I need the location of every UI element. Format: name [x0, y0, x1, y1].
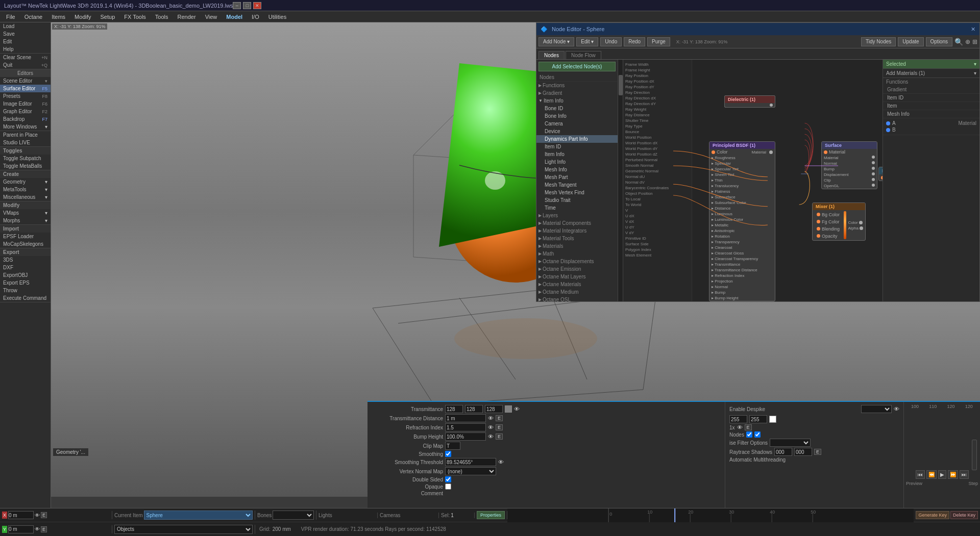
sidebar-toggle-subpatch[interactable]: Toggle Subpatch — [0, 155, 51, 162]
section-octane-displacements[interactable]: ▶ Octane Displacements — [536, 258, 618, 265]
pow-in-port[interactable]: InPow — [879, 174, 883, 181]
node-item-mesh-info[interactable]: Mesh Info — [536, 166, 618, 173]
prev-frame-button[interactable]: ⏪ — [926, 470, 937, 479]
maximize-button[interactable]: □ — [243, 2, 251, 9]
options-button[interactable]: Options — [926, 37, 952, 46]
timeline-ruler[interactable]: 0 10 20 30 40 50 — [507, 508, 914, 522]
transmittance-b-input[interactable] — [485, 405, 503, 413]
sidebar-save[interactable]: Save — [0, 30, 51, 38]
scrollbar-thumb[interactable] — [619, 75, 623, 95]
sidebar-toggle-metaballs[interactable]: Toggle MetaBalls — [0, 162, 51, 170]
section-octane-mat-layers[interactable]: ▶ Octane Mat Layers — [536, 273, 618, 280]
refraction-e[interactable]: E — [496, 424, 503, 430]
menu-io[interactable]: I/O — [248, 13, 263, 21]
bump-height-eye[interactable]: 👁 — [488, 433, 494, 440]
sidebar-graph-editor[interactable]: Graph Editor F2 — [0, 108, 51, 115]
sidebar-quit[interactable]: Quit +Q — [0, 61, 51, 69]
clip-map-input[interactable] — [445, 442, 460, 450]
sidebar-throw[interactable]: Throw — [0, 287, 51, 294]
transmittance-dist-e[interactable]: E — [496, 415, 503, 421]
menu-fxtools[interactable]: FX Tools — [120, 13, 150, 21]
sidebar-backdrop[interactable]: Backdrop F7 — [0, 115, 51, 123]
bones-select[interactable] — [273, 511, 314, 520]
val-255-2-input[interactable] — [749, 415, 767, 423]
1x-e[interactable]: E — [745, 424, 752, 430]
minimize-button[interactable]: – — [233, 2, 241, 9]
transmittance-color-swatch[interactable] — [505, 405, 512, 413]
x-e[interactable]: E — [41, 512, 47, 518]
next-frame-button[interactable]: ⏩ — [948, 470, 958, 479]
transmittance-eye-icon[interactable]: 👁 — [514, 406, 520, 412]
section-functions[interactable]: ▶ Functions — [536, 82, 618, 89]
x-input[interactable] — [8, 511, 34, 519]
zoom-out-icon[interactable]: ⊕ — [965, 38, 970, 45]
node-list-scrollbar[interactable] — [618, 60, 623, 301]
node-canvas[interactable]: Frame Width Frame Height Ray Position Ra… — [623, 60, 883, 301]
sidebar-image-editor[interactable]: Image Editor F6 — [0, 100, 51, 108]
section-material-integrators[interactable]: ▶ Material Integrators — [536, 227, 618, 235]
transmittance-dist-eye[interactable]: 👁 — [488, 415, 494, 421]
sidebar-parent-in-place[interactable]: Parent in Place — [0, 131, 51, 139]
menu-model[interactable]: Model — [222, 13, 247, 21]
section-gradient[interactable]: ▶ Gradient — [536, 89, 618, 97]
smoothing-threshold-input[interactable] — [445, 458, 496, 466]
section-item-info[interactable]: ▼ Item Info — [536, 97, 618, 105]
sidebar-epsf[interactable]: EPSF Loader — [0, 233, 51, 240]
x-eye[interactable]: 👁 — [35, 513, 40, 518]
update-button[interactable]: Update — [898, 37, 923, 46]
node-item-mesh-part[interactable]: Mesh Part — [536, 173, 618, 181]
section-octane-materials[interactable]: ▶ Octane Materials — [536, 280, 618, 288]
color-swatch-white[interactable] — [769, 416, 776, 423]
refraction-input[interactable] — [445, 423, 486, 431]
add-node-button[interactable]: Add Node ▾ — [538, 37, 574, 46]
section-octane-emission[interactable]: ▶ Octane Emission — [536, 265, 618, 273]
vertex-normal-select[interactable]: (none) — [445, 467, 496, 475]
pbsdf-color[interactable]: ColorMaterial — [709, 149, 775, 155]
node-item-bone-id[interactable]: Bone ID — [536, 105, 618, 112]
sidebar-help[interactable]: Help — [0, 45, 51, 53]
go-start-button[interactable]: ⏮ — [916, 470, 925, 479]
principled-bsdf-node[interactable]: Principled BSDF (1) ColorMaterial ▸ Roug… — [709, 141, 775, 301]
sidebar-vmaps[interactable]: VMaps▾ — [0, 209, 51, 217]
node-item-dynamics-part-info[interactable]: Dynamics Part Info — [536, 135, 618, 143]
mixer-node[interactable]: Mixer (1) Bg Color Fg Color Blending Opa… — [812, 202, 866, 241]
tab-nodes[interactable]: Nodes — [538, 51, 565, 59]
menu-modify[interactable]: Modify — [70, 13, 95, 21]
node-item-camera[interactable]: Camera — [536, 120, 618, 127]
y-e[interactable]: E — [41, 526, 47, 532]
transmittance-g-input[interactable] — [465, 405, 483, 413]
tidy-nodes-button[interactable]: Tidy Nodes — [861, 37, 896, 46]
section-octane-osl[interactable]: ▶ Octane OSL — [536, 296, 618, 301]
smoothing-threshold-eye[interactable]: 👁 — [498, 459, 504, 465]
transmittance-r-input[interactable] — [445, 405, 463, 413]
node-item-studio-trait[interactable]: Studio Trait — [536, 196, 618, 204]
delete-key-button[interactable]: Delete Key — [950, 511, 978, 519]
mixer-blend-port[interactable]: Blending — [815, 226, 842, 232]
mixer-bg-port[interactable]: Bg Color — [815, 212, 842, 218]
properties-button[interactable]: Properties — [477, 511, 505, 519]
node-item-item-info[interactable]: Item Info — [536, 150, 618, 158]
node-item-item-id[interactable]: Item ID — [536, 143, 618, 150]
section-materials[interactable]: ▶ Materials — [536, 242, 618, 250]
sidebar-studio-live[interactable]: Studio LIVE — [0, 139, 51, 146]
sidebar-mocap[interactable]: MoCapSkelegons — [0, 240, 51, 248]
surface-node[interactable]: Surface Material Material Normal Bump Di… — [821, 141, 877, 189]
val-255-1-input[interactable] — [729, 415, 747, 423]
sidebar-miscellaneous[interactable]: Miscellaneous▾ — [0, 193, 51, 201]
node-item-light-info[interactable]: Light Info — [536, 158, 618, 166]
sidebar-dxf[interactable]: DXF — [0, 264, 51, 271]
sidebar-export-eps[interactable]: Export EPS — [0, 279, 51, 287]
purge-button[interactable]: Purge — [647, 37, 670, 46]
node-item-bone-info[interactable]: Bone Info — [536, 112, 618, 120]
sidebar-geometry[interactable]: Geometry▾ — [0, 178, 51, 186]
menu-render[interactable]: Render — [174, 13, 200, 21]
zoom-in-icon[interactable]: 🔍 — [954, 38, 963, 46]
raytrace-e[interactable]: E — [814, 449, 821, 455]
sidebar-export-obj[interactable]: ExportOBJ — [0, 271, 51, 279]
pow-node[interactable]: Pow (1) InPow — [878, 167, 883, 181]
menu-utilities[interactable]: Utilities — [264, 13, 290, 21]
section-layers[interactable]: ▶ Layers — [536, 212, 618, 219]
section-math[interactable]: ▶ Math — [536, 250, 618, 258]
bump-height-input[interactable] — [445, 432, 486, 441]
node-item-mesh-vertex-find[interactable]: Mesh Vertex Find — [536, 189, 618, 196]
